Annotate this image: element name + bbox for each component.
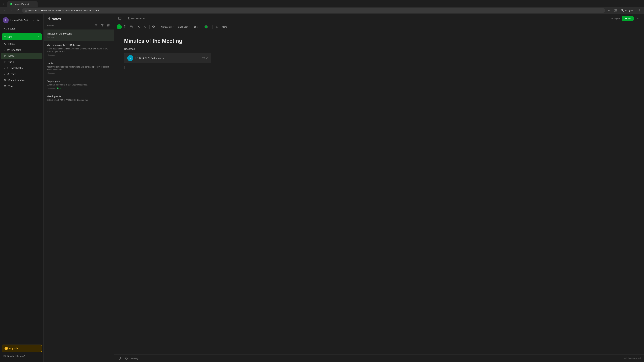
settings-button[interactable] — [36, 17, 41, 23]
shortcuts-expand-arrow: ▶ — [4, 49, 5, 51]
editor-content[interactable]: Minutes of the Meeting Recorded 2.1.2024… — [114, 31, 644, 355]
help-button[interactable]: Need a little help? — [2, 353, 42, 359]
bold-button[interactable]: B — [214, 24, 219, 29]
search-button[interactable]: Search — [2, 26, 42, 31]
sidebar-item-tasks[interactable]: Tasks — [1, 59, 42, 65]
active-tab[interactable]: E Notes - Evernote × — [8, 1, 38, 7]
url-text: evernote.com/client/web#/notes/1cca33ae-… — [28, 9, 100, 12]
user-profile-row[interactable]: L Lauren Dale Deli ▾ — [0, 16, 44, 25]
recorded-label: Recorded — [124, 47, 634, 50]
insert-button[interactable]: + — [117, 24, 122, 29]
incognito-indicator: Incognito — [619, 8, 636, 13]
view-toggle-button[interactable] — [106, 23, 111, 28]
text-style-label: Normal text — [161, 26, 172, 28]
tab-close-button[interactable]: × — [34, 3, 35, 5]
svg-rect-18 — [107, 24, 108, 25]
sidebar-item-home[interactable]: Home — [1, 41, 42, 47]
note-meta-4: 1 hour ago ✓ 0/1 — [46, 87, 111, 89]
editor-actions: Only you Share — [611, 16, 641, 21]
sidebar-item-trash[interactable]: Trash — [1, 83, 42, 89]
sidebar-item-tags[interactable]: ▶ Tags — [1, 71, 42, 77]
sidebar-item-label: Home — [8, 42, 14, 45]
add-tag-button[interactable]: Add tag — [131, 357, 138, 360]
svg-rect-2 — [616, 9, 616, 11]
split-view-button[interactable] — [613, 8, 618, 13]
svg-rect-11 — [7, 67, 9, 69]
note-time-1: Just now — [46, 36, 54, 38]
tags-expand-arrow: ▶ — [4, 73, 5, 75]
color-chevron: ▾ — [208, 26, 209, 28]
bold-label: B — [216, 25, 218, 28]
note-meta-2: 1 hour ago — [46, 54, 111, 56]
new-note-button[interactable]: + New ▾ — [2, 33, 42, 40]
svg-point-25 — [638, 18, 638, 19]
more-options-button[interactable] — [636, 16, 641, 21]
svg-point-26 — [639, 18, 639, 19]
app-container: L Lauren Dale Deli ▾ Search + New ▾ — [0, 14, 644, 362]
back-button[interactable] — [2, 8, 8, 13]
task-tag-button[interactable] — [124, 356, 129, 361]
audio-attachment[interactable]: 2.1.2024, 12.52.16 PM.webm 285 kB — [124, 53, 211, 63]
sidebar: L Lauren Dale Deli ▾ Search + New ▾ — [0, 14, 44, 362]
sort-button[interactable] — [94, 23, 99, 28]
upgrade-button[interactable]: ⚡ Upgrade — [2, 345, 42, 352]
note-item-3[interactable]: Untitled About this template Use this te… — [44, 59, 114, 77]
color-picker[interactable]: ▾ — [202, 24, 211, 29]
sidebar-item-notebooks[interactable]: ▶ Notebooks — [1, 65, 42, 71]
filter-button[interactable] — [100, 23, 105, 28]
reload-button[interactable] — [16, 8, 21, 13]
url-bar[interactable]: evernote.com/client/web#/notes/1cca33ae-… — [22, 8, 605, 13]
undo-button[interactable] — [137, 24, 142, 29]
svg-point-24 — [637, 18, 638, 19]
tab-bar: E Notes - Evernote × + — [0, 0, 644, 7]
navigation-bar: evernote.com/client/web#/notes/1cca33ae-… — [0, 7, 644, 14]
sidebar-tasks-label: Tasks — [8, 61, 14, 63]
note-item-5[interactable]: Meeting note Date & Time 8 AM- 9 AM Goal… — [44, 92, 114, 105]
notes-icon — [4, 54, 7, 57]
bookmark-button[interactable] — [606, 8, 612, 13]
note-meta-1: Just now — [46, 36, 111, 38]
sidebar-notes-label: Notes — [8, 55, 14, 57]
note-item-2[interactable]: My Upcoming Travel Schedule Travel desti… — [44, 41, 114, 59]
sidebar-item-shared[interactable]: Shared with Me — [1, 77, 42, 83]
font-selector[interactable]: Sans Serif ▾ — [176, 25, 191, 29]
toolbar-divider-4 — [201, 25, 201, 29]
task-dot-icon: ✓ — [57, 87, 58, 89]
reminder-button[interactable] — [122, 24, 128, 29]
tags-icon — [7, 72, 10, 76]
forward-button[interactable] — [9, 8, 14, 13]
add-tag-label: Add tag — [131, 357, 138, 360]
sidebar-item-shortcuts[interactable]: ▶ Shortcuts — [1, 47, 42, 53]
more-formatting-button[interactable]: More ▾ — [220, 25, 230, 29]
tab-stack-back[interactable] — [2, 2, 7, 6]
note-item-4[interactable]: Project plan Summary To be able to etc. … — [44, 77, 114, 92]
editor-info-button[interactable] — [118, 16, 122, 21]
browser-menu-button[interactable] — [636, 8, 642, 13]
text-style-selector[interactable]: Normal text ▾ — [159, 25, 176, 29]
reminder-bell-button[interactable] — [118, 356, 122, 361]
editor-toolbar: + — [114, 23, 644, 31]
new-tab-button[interactable]: + — [38, 1, 43, 6]
svg-point-5 — [639, 10, 640, 10]
editor-top-bar: First Notebook Only you Share — [114, 14, 644, 23]
note-preview-3: About this template Use this template as… — [46, 65, 111, 71]
notebook-selector[interactable]: First Notebook — [128, 17, 146, 20]
audio-play-button[interactable] — [127, 55, 133, 61]
editor-panel: First Notebook Only you Share + — [114, 14, 644, 362]
notes-header: Notes — [44, 14, 114, 23]
font-size-selector[interactable]: 16 ▾ — [192, 25, 200, 29]
svg-rect-1 — [614, 9, 615, 11]
user-name: Lauren Dale Deli — [10, 19, 28, 22]
home-icon — [4, 42, 7, 45]
calendar-button[interactable] — [128, 24, 134, 29]
text-style-chevron: ▾ — [173, 26, 174, 28]
redo-button[interactable] — [143, 24, 148, 29]
note-item-1[interactable]: Minutes of the Meeting Just now — [44, 29, 114, 41]
font-label: Sans Serif — [178, 26, 188, 28]
help-label: Need a little help? — [8, 355, 25, 357]
audio-filename: 2.1.2024, 12.52.16 PM.webm — [135, 57, 200, 59]
share-button[interactable]: Share — [622, 16, 634, 21]
ai-button[interactable] — [151, 24, 156, 29]
sidebar-shared-label: Shared with Me — [8, 79, 25, 81]
sidebar-item-notes[interactable]: Notes — [1, 53, 42, 59]
